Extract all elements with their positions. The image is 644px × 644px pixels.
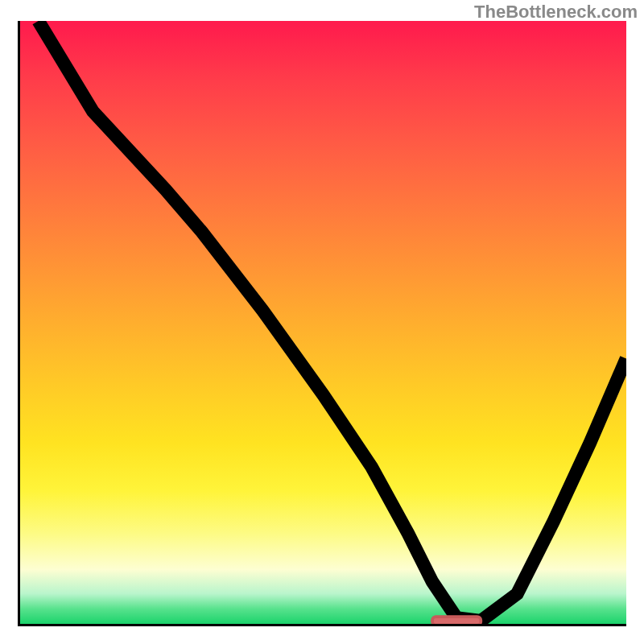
optimal-band-marker [432, 617, 481, 624]
plot-area [18, 21, 626, 626]
watermark-text: TheBottleneck.com [474, 2, 638, 23]
chart-root: TheBottleneck.com [0, 0, 644, 644]
bottleneck-curve [39, 21, 626, 621]
curve-layer [20, 21, 626, 624]
